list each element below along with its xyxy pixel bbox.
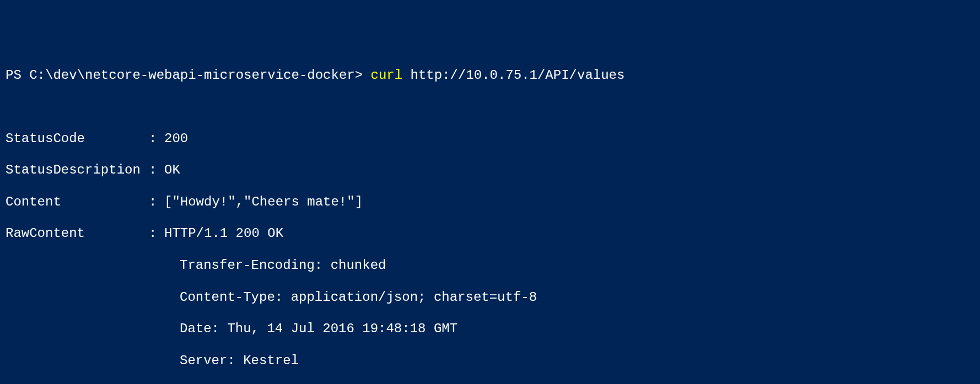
colon: : bbox=[149, 131, 164, 147]
label-statuscode: StatusCode bbox=[6, 131, 149, 147]
colon: : bbox=[149, 226, 164, 242]
row-rawcontent: RawContent: HTTP/1.1 200 OK bbox=[6, 226, 974, 242]
row-statusdescription: StatusDescription: OK bbox=[6, 163, 974, 179]
command-argument: http://10.0.75.1/API/values bbox=[402, 68, 624, 83]
colon: : bbox=[149, 163, 164, 179]
row-content: Content: ["Howdy!","Cheers mate!"] bbox=[6, 194, 974, 210]
value-rawcontent-2: Transfer-Encoding: chunked bbox=[180, 258, 974, 274]
value-rawcontent-1: HTTP/1.1 200 OK bbox=[164, 226, 283, 242]
value-rawcontent-4: Date: Thu, 14 Jul 2016 19:48:18 GMT bbox=[180, 321, 974, 337]
value-statusdescription: OK bbox=[164, 163, 180, 179]
output-block: StatusCode: 200 StatusDescription: OK Co… bbox=[6, 115, 974, 384]
prompt-line[interactable]: PS C:\dev\netcore-webapi-microservice-do… bbox=[6, 68, 974, 84]
command: curl bbox=[371, 68, 403, 83]
prompt-prefix: PS C:\dev\netcore-webapi-microservice-do… bbox=[6, 68, 371, 83]
label-rawcontent: RawContent bbox=[6, 226, 149, 242]
colon: : bbox=[149, 194, 164, 210]
row-statuscode: StatusCode: 200 bbox=[6, 131, 974, 147]
label-content: Content bbox=[6, 194, 149, 210]
value-rawcontent-3: Content-Type: application/json; charset=… bbox=[180, 290, 974, 306]
value-statuscode: 200 bbox=[164, 131, 188, 147]
value-content: ["Howdy!","Cheers mate!"] bbox=[164, 194, 363, 210]
value-rawcontent-5: Server: Kestrel bbox=[180, 353, 974, 369]
label-statusdescription: StatusDescription bbox=[6, 163, 149, 179]
